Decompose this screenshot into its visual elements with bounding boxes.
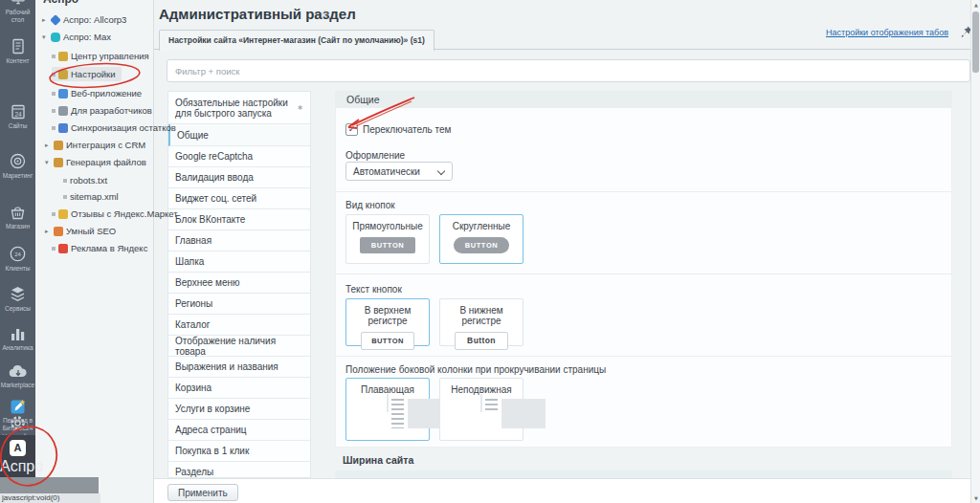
chevron-right-icon[interactable]: ▸ xyxy=(45,142,51,149)
sidebar-item-marketing[interactable]: Маркетинг xyxy=(0,151,35,180)
menu-item-expressions[interactable]: Выражения и названия xyxy=(168,357,310,378)
control-center-icon xyxy=(58,52,68,61)
favorite-star-icon[interactable]: ☆ xyxy=(320,8,330,21)
button-text-upper-option[interactable]: В верхнем регистре BUTTON xyxy=(345,298,430,346)
tree-item-developers[interactable]: Для разработчиков xyxy=(52,103,152,118)
sidebar-fixed-option[interactable]: Неподвижная xyxy=(439,378,523,441)
tree-item-smart-seo[interactable]: ▸ Умный SEO xyxy=(45,224,116,238)
menu-item-header[interactable]: Шапка xyxy=(168,252,310,273)
menu-item-general[interactable]: Общие xyxy=(168,124,310,146)
chevron-down-icon xyxy=(437,167,445,175)
menu-item-cart[interactable]: Корзина xyxy=(168,378,310,399)
chevron-down-icon[interactable]: ▾ xyxy=(42,33,48,41)
button-style-label: Вид кнопок xyxy=(345,200,395,210)
tree-item-robots-txt[interactable]: robots.txt xyxy=(63,173,107,187)
tree-item-yandex-ads[interactable]: Реклама в Яндекс xyxy=(52,241,147,255)
menu-item-quick-start[interactable]: Обязательные настройки для быстрого запу… xyxy=(168,92,310,124)
menu-item-one-click[interactable]: Покупка в 1 клик xyxy=(168,441,310,462)
tree-item-sitemap-xml[interactable]: sitemap.xml xyxy=(63,189,119,204)
tree-item-yandex-market-reviews[interactable]: Отзывы с Яндекс.Маркет xyxy=(52,207,178,221)
lowercase-button-preview: Button xyxy=(455,332,508,350)
sidebar-item-analytics[interactable]: Аналитика xyxy=(0,325,35,352)
tab-site-settings[interactable]: Настройки сайта «Интернет-магазин (Сайт … xyxy=(159,30,434,51)
button-style-rounded-option[interactable]: Скругленные BUTTON xyxy=(439,214,523,264)
tree-item-aspro-allcorp3[interactable]: ▸ Аспро: Allcorp3 xyxy=(42,12,126,27)
cloud-download-icon xyxy=(8,363,29,381)
bullet-icon xyxy=(63,179,67,183)
bullet-icon xyxy=(52,55,56,58)
sidebar-item-services[interactable]: Сервисы xyxy=(0,285,35,313)
button-text-lower-option[interactable]: В нижнем регистре Button xyxy=(439,298,523,346)
tabs-settings-link[interactable]: Настройки отображения табов xyxy=(826,28,948,37)
bullet-icon xyxy=(52,109,56,113)
aspro-logo-icon: A xyxy=(10,440,26,456)
tree-item-stock-sync[interactable]: Синхронизация остатков xyxy=(52,120,176,135)
admin-sidebar: Рабочий стол Контент 24 Сайты Маркетинг … xyxy=(0,0,35,503)
web-app-icon xyxy=(58,89,68,98)
brush-icon xyxy=(58,70,68,79)
circle-24-icon: 24 xyxy=(8,244,28,264)
scroll-up-icon[interactable]: ▲ xyxy=(971,2,980,8)
aspro-max-icon xyxy=(51,33,60,42)
section-header-general: Общие xyxy=(335,91,952,108)
menu-item-catalog[interactable]: Каталог xyxy=(168,315,310,336)
general-settings-panel: ✓ Переключатель тем Оформление Автоматич… xyxy=(335,108,952,448)
bullet-icon xyxy=(63,195,67,199)
appearance-select[interactable]: Автоматически xyxy=(345,162,453,181)
bullet-icon xyxy=(52,73,56,77)
menu-item-page-urls[interactable]: Адреса страниц xyxy=(168,420,310,441)
menu-item-social-widget[interactable]: Виджет соц. сетей xyxy=(168,188,310,209)
chevron-right-icon[interactable]: ▸ xyxy=(45,228,51,235)
sidebar-item-marketplace[interactable]: Marketplace xyxy=(0,363,35,389)
form-footer: Применить xyxy=(153,478,980,503)
rect-button-preview: BUTTON xyxy=(360,237,415,253)
scrollbar-thumb[interactable] xyxy=(972,11,979,73)
menu-item-top-menu[interactable]: Верхнее меню xyxy=(168,273,310,294)
button-text-label: Текст кнопок xyxy=(345,284,402,295)
star-icon: ∗ xyxy=(297,102,303,113)
chevron-down-icon[interactable]: ▾ xyxy=(45,159,51,166)
fixed-preview xyxy=(480,394,482,412)
menu-item-recaptcha[interactable]: Google reCaptcha xyxy=(168,146,310,167)
filter-search-input[interactable] xyxy=(167,59,970,82)
menu-item-stock-display[interactable]: Отображение наличия товара xyxy=(168,336,310,357)
tree-item-control-center[interactable]: Центр управления xyxy=(52,49,149,63)
apply-button[interactable]: Применить xyxy=(167,484,238,501)
button-style-section: Вид кнопок Прямоугольные BUTTON Скруглен… xyxy=(336,191,951,273)
menu-item-input-validation[interactable]: Валидация ввода xyxy=(168,167,310,188)
menu-item-sections[interactable]: Разделы xyxy=(168,462,310,478)
tree-item-web-app[interactable]: Веб-приложение xyxy=(52,86,142,100)
floating-preview xyxy=(387,394,389,412)
svg-text:24: 24 xyxy=(14,252,21,257)
theme-section: ✓ Переключатель тем Оформление Автоматич… xyxy=(336,108,951,191)
sidebar-item-sites[interactable]: 24 Сайты xyxy=(0,103,35,130)
menu-item-vk-block[interactable]: Блок ВКонтакте xyxy=(168,209,310,230)
theme-switcher-checkbox[interactable]: ✓ xyxy=(345,123,358,136)
menu-item-main-page[interactable]: Главная xyxy=(168,230,310,252)
sidebar-item-desktop[interactable]: Рабочий стол xyxy=(0,0,35,23)
button-style-rectangular-option[interactable]: Прямоугольные BUTTON xyxy=(345,214,430,264)
yandex-ads-icon xyxy=(58,244,68,253)
sidebar-item-aspro[interactable]: A Аспро xyxy=(0,435,35,478)
document-icon xyxy=(9,38,28,56)
sidebar-floating-option[interactable]: Плавающая xyxy=(345,378,430,441)
bullet-icon xyxy=(52,212,56,216)
sidebar-item-store[interactable]: Магазин xyxy=(0,203,35,230)
crm-chart-icon xyxy=(54,141,63,150)
sidebar-item-clients[interactable]: 24 Клиенты xyxy=(0,244,35,273)
page-scrollbar[interactable]: ▲ ▼ xyxy=(970,0,980,503)
tree-item-settings[interactable]: Настройки xyxy=(52,67,122,81)
tree-item-aspro-max[interactable]: ▾ Аспро: Max xyxy=(42,30,111,44)
allcorp3-icon xyxy=(50,14,61,26)
menu-item-cart-services[interactable]: Услуги в корзине xyxy=(168,399,310,420)
tree-item-file-generation[interactable]: ▾ Генерация файлов xyxy=(45,155,146,169)
bullet-icon xyxy=(52,92,56,96)
sidebar-position-section: Положение боковой колонки при прокручива… xyxy=(336,356,951,448)
chevron-right-icon[interactable]: ▸ xyxy=(42,16,48,24)
menu-item-regions[interactable]: Регионы xyxy=(168,294,310,315)
tree-item-crm-integration[interactable]: ▸ Интеграция с CRM xyxy=(45,138,145,152)
sidebar-item-content[interactable]: Контент xyxy=(0,38,35,65)
bullet-icon xyxy=(52,126,56,130)
files-chart-icon xyxy=(54,158,63,167)
scroll-down-icon[interactable]: ▼ xyxy=(971,495,980,501)
